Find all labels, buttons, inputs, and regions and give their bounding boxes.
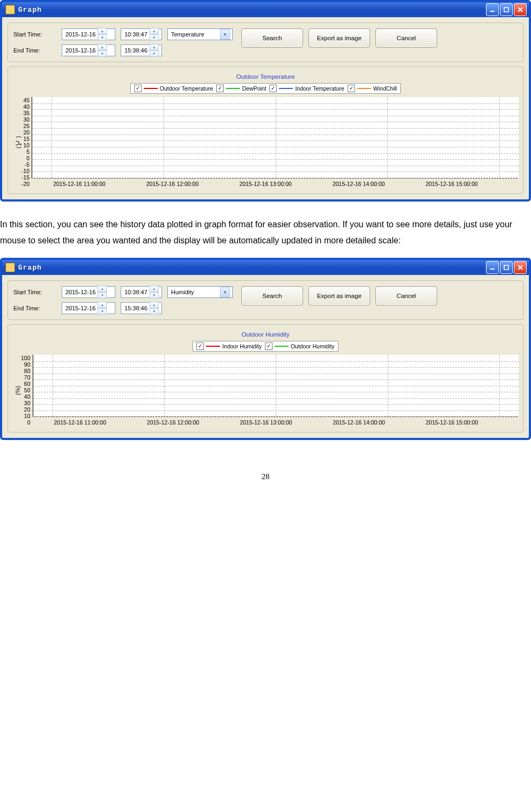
legend-checkbox[interactable]: ✓ [216,85,224,92]
spin-down-icon[interactable]: ▼ [150,50,159,57]
y-tick: 0 [21,419,31,426]
search-button[interactable]: Search [241,28,303,48]
x-tick: 2015-12-16 13:00:00 [240,419,333,426]
y-tick: 45 [21,97,30,103]
end-date-input[interactable]: 2015-12-16 ▲ ▼ [62,302,115,314]
legend-checkbox[interactable]: ✓ [269,85,277,92]
spin-up-icon[interactable]: ▲ [150,286,159,292]
close-button[interactable] [514,3,527,16]
legend-label: Indoor Temperature [295,85,344,92]
svg-rect-0 [490,11,495,12]
spin-down-icon[interactable]: ▼ [150,292,159,299]
titlebar[interactable]: Graph [2,2,529,17]
y-axis-label: (%) [12,355,21,426]
y-tick: 20 [21,406,31,413]
spin-up-icon[interactable]: ▲ [98,302,107,308]
start-time-input[interactable]: 10:38:47 ▲ ▼ [121,28,162,40]
x-tick: 2015-12-16 15:00:00 [425,181,519,187]
maximize-button[interactable] [500,3,513,16]
spin-down-icon[interactable]: ▼ [150,308,159,315]
spin-down-icon[interactable]: ▼ [98,50,107,57]
plot-area[interactable] [32,97,519,178]
legend-checkbox[interactable]: ✓ [265,342,272,350]
spin-up-icon[interactable]: ▲ [150,28,159,34]
x-axis: 2015-12-16 11:00:002015-12-16 12:00:0020… [54,419,519,426]
close-button[interactable] [514,261,527,274]
legend-line-icon [279,88,293,89]
spin-up-icon[interactable]: ▲ [150,302,159,308]
spin-down-icon[interactable]: ▼ [98,308,107,315]
y-tick: 40 [21,393,31,400]
y-tick: 90 [21,361,31,368]
y-tick: 70 [21,374,31,381]
legend-line-icon [206,346,220,347]
legend-line-icon [144,88,158,89]
start-date-input[interactable]: 2015-12-16 ▲ ▼ [62,28,115,40]
y-tick: -5 [21,161,30,168]
svg-rect-2 [490,269,495,270]
app-icon [5,263,15,272]
x-tick: 2015-12-16 15:00:00 [426,419,519,426]
chart-legend: ✓ Outdoor Temperature ✓ DewPoint ✓ Indoo… [130,83,401,94]
y-tick: 100 [21,355,31,361]
legend-line-icon [275,346,289,347]
y-tick: 15 [21,136,30,142]
y-tick: 35 [21,110,30,116]
cancel-button[interactable]: Cancel [375,28,437,48]
legend-checkbox[interactable]: ✓ [134,85,142,92]
spin-down-icon[interactable]: ▼ [150,34,159,41]
y-tick: 50 [21,387,31,393]
cancel-button[interactable]: Cancel [375,286,437,306]
titlebar[interactable]: Graph [2,260,529,275]
data-type-combo[interactable]: Humidity ▼ [167,286,233,298]
chevron-down-icon[interactable]: ▼ [220,29,230,40]
spin-down-icon[interactable]: ▼ [98,34,107,41]
start-date-input[interactable]: 2015-12-16 ▲ ▼ [62,286,115,298]
spin-up-icon[interactable]: ▲ [150,44,159,50]
plot-area[interactable] [33,355,519,417]
spin-up-icon[interactable]: ▲ [98,44,107,50]
svg-rect-3 [504,265,508,270]
spin-up-icon[interactable]: ▲ [98,286,107,292]
end-date-input[interactable]: 2015-12-16 ▲ ▼ [62,44,115,56]
app-icon [5,5,15,14]
y-tick: 25 [21,123,30,129]
x-tick: 2015-12-16 11:00:00 [54,419,147,426]
search-button[interactable]: Search [241,286,303,306]
y-tick: 30 [21,116,30,123]
chart-panel: Outdoor Temperature ✓ Outdoor Temperatur… [8,66,523,194]
graph-window: Graph Start Time: 2015-12-16 ▲ ▼ 10:38:4… [0,0,531,202]
x-tick: 2015-12-16 12:00:00 [146,181,240,187]
y-tick: -20 [21,181,30,187]
data-type-combo[interactable]: Temperature ▼ [167,28,233,40]
legend-label: Indoor Humidity [222,343,262,349]
legend-label: Outdoor Humidity [291,343,335,349]
export-image-button[interactable]: Export as image [308,286,370,306]
end-time-input[interactable]: 15:38:46 ▲ ▼ [121,44,162,56]
legend-line-icon [226,88,240,89]
y-tick: 40 [21,103,30,110]
spin-up-icon[interactable]: ▲ [98,28,107,34]
end-time-input[interactable]: 15:38:46 ▲ ▼ [121,302,162,314]
legend-label: Outdoor Temperature [160,85,213,92]
y-axis: 454035302520151050-5-10-15-20 [21,97,32,187]
y-tick: 5 [21,148,30,155]
legend-line-icon [357,88,371,89]
legend-checkbox[interactable]: ✓ [196,342,204,350]
window-title: Graph [18,264,42,272]
legend-label: WindChill [373,85,397,92]
spin-down-icon[interactable]: ▼ [98,292,107,299]
minimize-button[interactable] [486,3,499,16]
legend-checkbox[interactable]: ✓ [348,85,355,92]
page-number: 28 [0,472,531,481]
start-time-input[interactable]: 10:38:47 ▲ ▼ [121,286,162,298]
chevron-down-icon[interactable]: ▼ [220,287,230,297]
maximize-button[interactable] [500,261,513,274]
y-tick: -10 [21,168,30,174]
start-time-label: Start Time: [13,289,56,295]
x-tick: 2015-12-16 14:00:00 [333,181,426,187]
window-title: Graph [18,6,42,14]
minimize-button[interactable] [486,261,499,274]
export-image-button[interactable]: Export as image [308,28,370,48]
y-tick: -15 [21,174,30,181]
